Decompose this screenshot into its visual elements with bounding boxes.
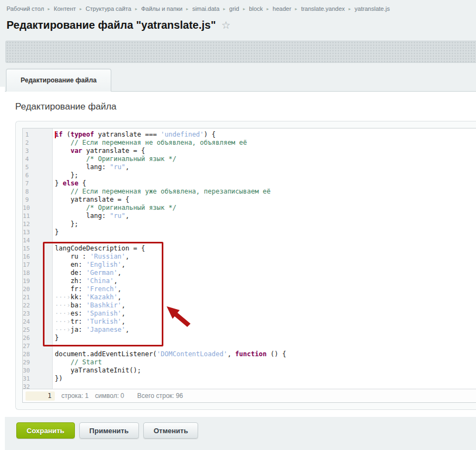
- admin-page: Рабочий стол▸Контент▸Структура сайта▸Фай…: [5, 0, 476, 439]
- code-line[interactable]: if (typeof yatranslate === 'undefined') …: [55, 131, 476, 139]
- line-number: 8: [23, 188, 52, 196]
- page-left-margin: [0, 87, 5, 450]
- code-line[interactable]: };: [55, 220, 476, 228]
- section-heading: Редактирование файла: [15, 92, 476, 112]
- code-line[interactable]: yaTranslateInit();: [55, 367, 476, 375]
- code-editor: 1234567891011121314151617181920212223242…: [22, 128, 476, 403]
- line-number: 6: [23, 171, 52, 179]
- breadcrumb-item[interactable]: header: [272, 5, 291, 12]
- code-line[interactable]: /* Оригинальный язык */: [55, 204, 476, 212]
- code-line[interactable]: de: 'German',: [55, 269, 476, 277]
- breadcrumb-item[interactable]: Файлы и папки: [141, 5, 182, 12]
- line-number: 19: [23, 277, 52, 285]
- code-line[interactable]: lang: "ru",: [55, 212, 476, 220]
- code-line[interactable]: langCodeDescription = {: [55, 245, 476, 253]
- line-number: 5: [23, 163, 52, 171]
- breadcrumb-separator-icon: ▸: [80, 7, 82, 11]
- code-line[interactable]: }): [55, 375, 476, 383]
- breadcrumb-separator-icon: ▸: [295, 7, 297, 11]
- breadcrumb-separator-icon: ▸: [223, 7, 225, 11]
- line-number: 7: [23, 179, 52, 188]
- code-line[interactable]: [55, 383, 476, 389]
- breadcrumb-item[interactable]: simai.data: [192, 5, 219, 12]
- line-number: 31: [23, 375, 52, 383]
- favorite-star-icon[interactable]: ☆: [221, 19, 231, 31]
- line-number: 10: [23, 204, 52, 212]
- code-line[interactable]: // Start: [55, 358, 476, 367]
- code-line[interactable]: [55, 342, 476, 350]
- line-number: 16: [23, 253, 52, 261]
- title-row: Редактирование файла "yatranslate.js" ☆: [7, 19, 476, 31]
- breadcrumb-item[interactable]: Контент: [54, 5, 76, 12]
- line-number: 1: [23, 131, 52, 139]
- code-line[interactable]: };: [55, 171, 476, 179]
- line-number: 14: [23, 236, 52, 245]
- breadcrumb-separator-icon: ▸: [135, 7, 137, 11]
- code-line[interactable]: fr: 'French',: [55, 285, 476, 293]
- line-number: 32: [23, 383, 52, 389]
- breadcrumb-item[interactable]: Структура сайта: [86, 5, 131, 12]
- tab-bar: Редактирование файла: [5, 69, 476, 92]
- breadcrumb-item[interactable]: translate.yandex: [301, 5, 345, 12]
- breadcrumb-separator-icon: ▸: [266, 7, 269, 11]
- line-number: 30: [23, 367, 52, 375]
- breadcrumb-item[interactable]: Рабочий стол: [7, 5, 44, 12]
- apply-button[interactable]: Применить: [79, 422, 139, 439]
- code-line[interactable]: lang: "ru",: [55, 163, 476, 171]
- line-number: 3: [23, 147, 52, 155]
- current-line-box: 1: [26, 391, 55, 401]
- editor-container: 1234567891011121314151617181920212223242…: [15, 121, 476, 410]
- code-line[interactable]: ···›es: 'Spanish',: [55, 310, 476, 318]
- code-line[interactable]: } else {: [55, 179, 476, 188]
- page-title: Редактирование файла "yatranslate.js": [7, 19, 216, 31]
- code-line[interactable]: en: 'English',: [55, 261, 476, 269]
- content-panel: Редактирование файла 1234567891011121314…: [5, 92, 476, 417]
- breadcrumb-separator-icon: ▸: [348, 7, 351, 11]
- code-line[interactable]: [55, 236, 476, 245]
- line-number: 15: [23, 245, 52, 253]
- line-number: 22: [23, 301, 52, 310]
- breadcrumb-separator-icon: ▸: [186, 7, 188, 11]
- code-line[interactable]: /* Оригинальный язык */: [55, 155, 476, 163]
- save-button[interactable]: Сохранить: [16, 422, 75, 439]
- tab-edit-file[interactable]: Редактирование файла: [6, 69, 111, 92]
- line-number-gutter: 1234567891011121314151617181920212223242…: [23, 128, 53, 389]
- code-line[interactable]: // Если переменная не объявлена, объявля…: [55, 139, 476, 147]
- code-line[interactable]: // Если переменная уже объявлена, переза…: [55, 188, 476, 196]
- line-number: 23: [23, 310, 52, 318]
- line-number: 24: [23, 318, 52, 326]
- code-line[interactable]: document.addEventListener('DOMContentLoa…: [55, 350, 476, 358]
- breadcrumb-item[interactable]: grid: [229, 5, 239, 12]
- action-buttons: Сохранить Применить Отменить: [16, 422, 476, 439]
- line-number: 2: [23, 139, 52, 147]
- editor-status-bar: 1 строка:1 символ:0 Всего строк:96: [23, 389, 476, 402]
- toolbar-strip: [5, 41, 476, 63]
- line-number: 28: [23, 350, 52, 358]
- status-total-lines: Всего строк:96: [137, 392, 183, 400]
- code-line[interactable]: zh: 'China',: [55, 277, 476, 285]
- code-line[interactable]: var yatranslate = {: [55, 147, 476, 155]
- line-number: 27: [23, 342, 52, 350]
- code-line[interactable]: }: [55, 334, 476, 342]
- code-line[interactable]: ···›kk: 'Kazakh',: [55, 293, 476, 301]
- code-area[interactable]: if (typeof yatranslate === 'undefined') …: [53, 128, 476, 389]
- line-number: 26: [23, 334, 52, 342]
- cancel-button[interactable]: Отменить: [143, 422, 199, 439]
- code-line[interactable]: ···›ja: 'Japanese',: [55, 326, 476, 334]
- line-number: 13: [23, 228, 52, 236]
- code-line[interactable]: yatranslate = {: [55, 196, 476, 204]
- code-region: 1234567891011121314151617181920212223242…: [23, 128, 476, 389]
- breadcrumb-item[interactable]: yatranslate.js: [354, 5, 390, 12]
- breadcrumb-separator-icon: ▸: [243, 7, 245, 11]
- code-line[interactable]: ···›ba: 'Bashkir',: [55, 301, 476, 310]
- line-number: 12: [23, 220, 52, 228]
- line-number: 11: [23, 212, 52, 220]
- code-line[interactable]: ···›tr: 'Turkish',: [55, 318, 476, 326]
- breadcrumb-item[interactable]: block: [249, 5, 263, 12]
- line-number: 20: [23, 285, 52, 293]
- line-number: 25: [23, 326, 52, 334]
- line-number: 18: [23, 269, 52, 277]
- code-line[interactable]: }: [55, 228, 476, 236]
- line-number: 9: [23, 196, 52, 204]
- code-line[interactable]: ru : 'Russian',: [55, 253, 476, 261]
